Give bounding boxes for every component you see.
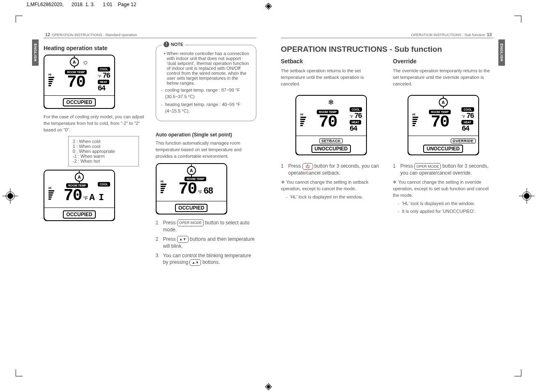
auto-mode-icon: A (75, 173, 84, 182)
room-temp-value: 70 (67, 73, 85, 92)
running-head-left: 12 OPERATION INSTRUCTIONS - Standard ope… (44, 32, 256, 38)
cooling-only-blurb: For the case of cooling only model, you … (44, 114, 144, 134)
step-text: Press (400, 163, 413, 169)
step-text: Press (163, 220, 176, 226)
fan-speed-icon: HI (300, 113, 306, 126)
cool-badge: COOL (98, 182, 110, 187)
note-range-heat: heating target temp. range : 40~59 °F (4… (161, 101, 251, 115)
unit-label: °F (98, 74, 101, 78)
slug-page: Page 12 (118, 2, 136, 7)
auto-mode-icon: A (187, 166, 196, 175)
override-steps: 1 Press OPER MODE button for 3 seconds, … (393, 163, 493, 177)
override-subnote: 'HL' lock is displayed on the window. (398, 201, 493, 207)
room-temp-value: 70 (64, 187, 82, 205)
snowflake-icon: ❄ (328, 98, 334, 107)
up-down-button-icon: ▲▼ (189, 259, 201, 266)
setback-steps: 1 Press ⏻ button for 3 seconds, you can … (281, 163, 382, 177)
unit-label: °F (83, 196, 88, 201)
single-setpoint: 68 (203, 186, 212, 196)
page-number-right: 13 (487, 32, 492, 37)
occupancy-status: OCCUPIED (63, 98, 95, 106)
setback-note: ❄You cannot change the setting in setbac… (281, 179, 382, 192)
cool-badge: COOL (350, 107, 362, 112)
ai-indicator: A I (90, 193, 104, 203)
cool-setpoint: 76 (354, 112, 362, 120)
step-text: button for 3 seconds, you can operate/ca… (400, 163, 488, 176)
unit-label: °F (461, 115, 465, 119)
step-number: 1 (393, 163, 398, 177)
cool-setpoint: 76 (466, 112, 474, 120)
registration-mark-right (521, 190, 533, 202)
heating-state-title: Heating operation state (44, 45, 144, 51)
step-number: 3 (156, 252, 161, 266)
print-slug: 1,MFL62862020, 2018. 1. 3. 1:01 Page 12 (26, 2, 136, 7)
heat-setpoint: 64 (350, 125, 357, 132)
crop-mark (514, 16, 521, 23)
cool-setpoint: 76 (102, 71, 110, 80)
note-callout: ! NOTE When remote controller has a conn… (156, 45, 256, 121)
oper-mode-button-icon: OPER MODE (177, 219, 204, 226)
snowflake-bullet-icon: ❄ (393, 180, 396, 184)
override-badge: OVERRIDE (451, 138, 476, 143)
slug-time: 1:01 (103, 2, 112, 7)
fan-speed-icon: HI (161, 180, 166, 193)
setback-blurb: The setback operation returns to the set… (281, 68, 382, 88)
snowflake-bullet-icon: ❄ (281, 180, 285, 184)
heat-setpoint: 64 (98, 85, 105, 92)
running-head-right: OPERATION INSTRUCTIONS - Sub function 13 (281, 32, 494, 38)
crop-mark (16, 16, 23, 23)
auto-operation-blurb: This function automatically manages room… (156, 140, 256, 160)
crop-mark (16, 369, 23, 376)
heat-badge: HEAT (350, 120, 362, 125)
scale-row: 2 : When cold (73, 139, 134, 144)
thermostat-illustration-setback: ❄ HI ROOM TEMP 70 (295, 95, 367, 155)
heat-badge: HEAT (98, 80, 110, 84)
room-temp-value: 70 (431, 113, 449, 131)
feel-scale-table: 2 : When cold 1 : When cool 0 : When app… (68, 136, 139, 166)
room-temp-value: 70 (178, 180, 196, 198)
scale-row: -1 : When warm (73, 154, 134, 159)
auto-steps: 1 Press OPER MODE button to select auto … (156, 219, 256, 266)
heat-setpoint: 64 (461, 125, 469, 132)
registration-mark-top: ◈ (263, 0, 274, 12)
sun-icon: ☼ (82, 58, 89, 67)
auto-operation-title: Auto operation (Single set point) (156, 132, 256, 138)
fan-speed-icon: HI (48, 73, 54, 86)
auto-mode-icon: A (70, 58, 79, 67)
fan-speed-icon: HI (413, 113, 418, 126)
running-head-text-right: OPERATION INSTRUCTIONS - Sub function (411, 33, 485, 37)
cool-badge: COOL (98, 67, 110, 71)
override-blurb: The override operation temporarily retur… (393, 68, 493, 88)
page-number-left: 12 (45, 32, 50, 37)
scale-row: 0 : When appropriate (73, 149, 134, 154)
info-icon: ! (164, 42, 169, 47)
scale-row: -2 : When hot (73, 159, 134, 164)
setback-subnote: 'HL' lock is displayed on the window. (286, 194, 382, 201)
slug-code: 1,MFL62862020, (26, 2, 64, 7)
step-text: Press (288, 163, 301, 169)
note-range-cool: cooling target temp. range : 87~99 °F (3… (161, 87, 251, 100)
setback-badge: SETBACK (319, 138, 343, 143)
running-head-text-left: OPERATION INSTRUCTIONS - Standard operat… (52, 33, 137, 37)
unit-label: °F (350, 115, 353, 119)
occupancy-status: UNOCCUPIED (311, 145, 351, 153)
note-label: NOTE (171, 42, 184, 47)
thermostat-illustration-heating: A ☼ HI ROOM TEMP 70 (44, 55, 115, 109)
cool-badge: COOL (461, 107, 474, 112)
step-number: 1 (156, 219, 161, 233)
note-body: When remote controller has a connection … (167, 51, 251, 85)
heat-badge: HEAT (461, 120, 473, 125)
room-temp-value: 70 (319, 113, 337, 131)
auto-mode-icon: A (439, 98, 448, 107)
sub-function-title: OPERATION INSTRUCTIONS - Sub function (281, 45, 505, 54)
override-title: Override (393, 58, 493, 65)
step-text: Press (163, 236, 176, 242)
occupancy-status: UNOCCUPIED (423, 145, 463, 153)
language-tab-left: ENGLISH (32, 39, 39, 66)
step-text: button to select auto mode. (163, 220, 249, 233)
occupancy-status: OCCUPIED (63, 210, 95, 219)
step-number: 1 (281, 163, 286, 177)
override-note: ❄You cannot change the setting in overri… (393, 179, 493, 199)
step-text: bottons. (203, 259, 220, 265)
thermostat-illustration-auto-ai: A HI ROOM TEMP COOL (44, 170, 115, 221)
